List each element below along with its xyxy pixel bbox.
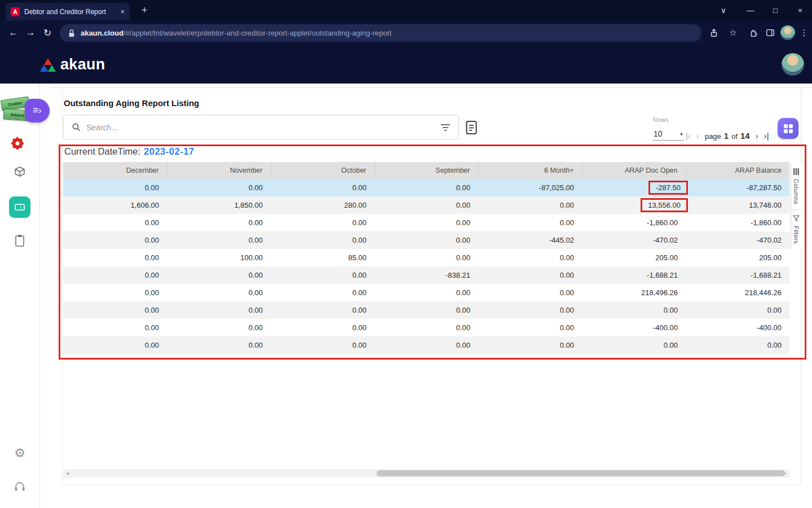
rows-per-page-select[interactable]: 10 ▾ (652, 128, 684, 141)
page-indicator: page 1 of 14 (705, 131, 750, 141)
refresh-icon[interactable]: ↻ (39, 20, 55, 45)
table-cell: 0.00 (271, 319, 374, 336)
window-minimize-icon[interactable]: — (739, 0, 762, 20)
column-header[interactable]: ARAP Balance (686, 162, 789, 179)
column-header[interactable]: November (167, 162, 271, 179)
new-tab-button[interactable]: + (136, 0, 152, 20)
table-cell: -445.02 (478, 231, 582, 249)
share-icon[interactable] (706, 20, 722, 45)
tab-title: Debtor and Creditor Report (24, 8, 116, 16)
filter-list-icon[interactable] (440, 124, 451, 132)
table-cell: 0.00 (478, 301, 582, 319)
sidebar-item-reports[interactable] (14, 233, 26, 248)
table-cell: 0.00 (478, 214, 582, 231)
table-row[interactable]: 0.000.000.000.000.00-400.00-400.00 (63, 319, 789, 336)
apps-grid-button[interactable] (778, 118, 798, 139)
column-header[interactable]: ARAP Doc Open (582, 162, 686, 179)
table-cell: 85.00 (271, 249, 374, 266)
search-input[interactable] (86, 123, 435, 132)
filters-tab[interactable]: Filters (791, 210, 801, 249)
table-cell: 0.00 (374, 249, 478, 266)
caret-down-icon: ▾ (680, 131, 683, 137)
annotation-cell-box: 13,556.00 (641, 198, 688, 212)
extensions-puzzle-icon[interactable] (745, 20, 761, 45)
next-page-button[interactable]: › (756, 131, 758, 141)
table-cell: 0.00 (63, 231, 167, 249)
table-row[interactable]: 0.00100.0085.000.000.00205.00205.00 (63, 249, 789, 266)
sidebar-item-aging-report-active[interactable] (9, 196, 30, 218)
search-box (63, 115, 459, 140)
table-row[interactable]: 0.000.000.000.000.000.000.00 (63, 336, 789, 354)
table-cell: 0.00 (374, 196, 478, 214)
side-panel-icon[interactable] (762, 20, 778, 45)
prev-page-button[interactable]: ‹ (696, 131, 699, 141)
tab-close-icon[interactable]: × (120, 7, 125, 16)
rows-per-page-value: 10 (654, 129, 663, 138)
export-document-button[interactable] (464, 119, 479, 136)
red-burst-icon (10, 136, 25, 151)
column-header[interactable]: 6 Month+ (478, 162, 582, 179)
table-cell: -1,688.21 (686, 266, 789, 284)
table-cell: 0.00 (271, 231, 374, 249)
table-cell: -87,025.00 (478, 179, 582, 196)
browser-menu-dots-icon[interactable]: ⋮ (796, 20, 812, 45)
table-cell: -1,860.00 (582, 214, 686, 231)
launcher-menu-icon[interactable]: ≡› (25, 99, 50, 122)
scroll-left-icon[interactable]: ◄ (64, 469, 71, 478)
back-icon[interactable]: ← (6, 20, 21, 45)
table-cell: 0.00 (686, 301, 789, 319)
table-cell: -1,860.00 (686, 214, 789, 231)
table-cell: 0.00 (63, 319, 167, 336)
table-cell: 0.00 (63, 284, 167, 301)
table-row[interactable]: 0.000.000.000.000.00-1,860.00-1,860.00 (63, 214, 789, 231)
datetime-value: 2023-02-17 (144, 146, 194, 156)
column-header[interactable]: September (374, 162, 478, 179)
tab-favicon: A (11, 7, 20, 16)
applet-launcher[interactable]: Creditor Debtors ≡› (0, 96, 54, 129)
table-cell: 0.00 (63, 179, 167, 196)
scrollbar-thumb[interactable] (377, 470, 785, 476)
table-cell: 1,606.00 (63, 196, 167, 214)
table-row[interactable]: 0.000.000.000.000.00218,496.26218,446.26 (63, 284, 789, 301)
search-icon (72, 122, 81, 132)
table-cell: -470.02 (686, 231, 789, 249)
window-close-icon[interactable]: × (788, 0, 812, 20)
first-page-button[interactable]: |‹ (686, 131, 691, 141)
app-header: akaun (0, 45, 812, 84)
table-row[interactable]: 0.000.000.000.000.000.000.00 (63, 301, 789, 319)
table-cell: 1,850.00 (167, 196, 271, 214)
table-cell: 13,746.00 (686, 196, 789, 214)
column-header[interactable]: December (63, 162, 167, 179)
user-avatar[interactable] (782, 53, 804, 76)
table-cell: 0.00 (582, 301, 686, 319)
browser-profile-avatar[interactable] (780, 25, 795, 40)
browser-tab[interactable]: A Debtor and Creditor Report × (6, 3, 130, 20)
url-bar[interactable]: akaun.cloud /#/applet/tnt/wavelet/erp/de… (60, 24, 701, 42)
table-row[interactable]: 0.000.000.00-838.210.00-1,688.21-1,688.2… (63, 266, 789, 284)
url-host: akaun.cloud (81, 29, 123, 37)
browser-toolbar: ← → ↻ akaun.cloud /#/applet/tnt/wavelet/… (0, 20, 812, 45)
table-cell: -87,287.50 (686, 179, 789, 196)
table-row[interactable]: 0.000.000.000.00-87,025.00-287.50-87,287… (63, 179, 789, 196)
table-cell: 0.00 (167, 301, 271, 319)
columns-tab[interactable]: Columns (791, 163, 801, 209)
chevron-down-icon[interactable]: ∨ (712, 0, 735, 20)
filters-tab-label: Filters (793, 226, 800, 244)
support-headset-icon[interactable] (13, 479, 27, 493)
sidebar-item-inventory[interactable] (13, 165, 27, 178)
sidebar-item-red-applet[interactable] (10, 135, 25, 151)
column-header[interactable]: October (271, 162, 374, 179)
table-row[interactable]: 0.000.000.000.00-445.02-470.02-470.02 (63, 231, 789, 249)
table-cell: 0.00 (167, 336, 271, 354)
horizontal-scrollbar[interactable]: ◄ ► (63, 469, 789, 478)
settings-gear-icon[interactable]: ⚙ (13, 446, 27, 460)
table-side-panel: Columns Filters (791, 163, 801, 249)
bookmark-star-icon[interactable]: ☆ (725, 20, 741, 45)
forward-icon[interactable]: → (23, 20, 38, 45)
last-page-button[interactable]: ›| (764, 131, 769, 141)
table-cell: -400.00 (582, 319, 686, 336)
table-row[interactable]: 1,606.001,850.00280.000.000.0013,556.001… (63, 196, 789, 214)
page-current: 1 (724, 131, 729, 141)
window-maximize-icon[interactable]: □ (764, 0, 787, 20)
table-cell: 0.00 (63, 266, 167, 284)
